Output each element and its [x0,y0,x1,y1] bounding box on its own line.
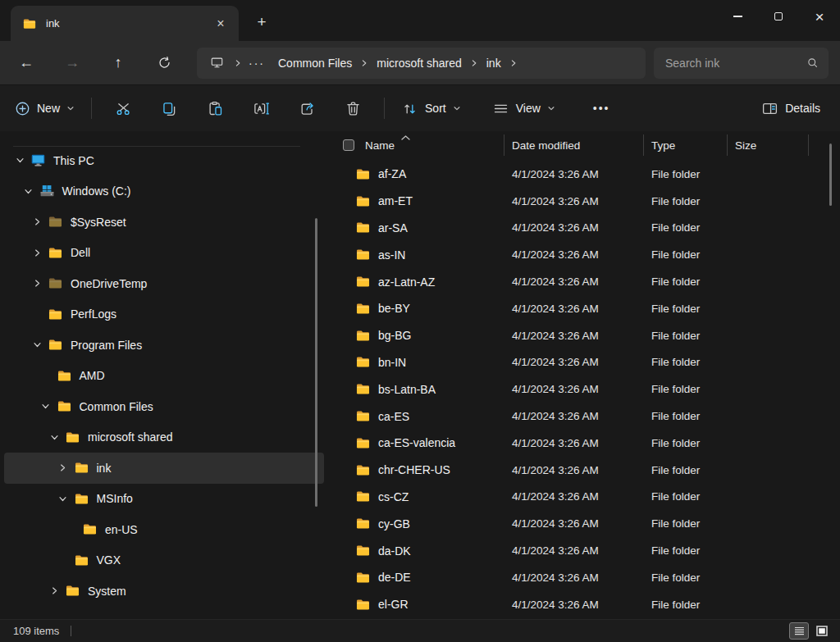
sidebar-item-this-pc[interactable]: This PC [4,145,324,176]
file-type: File folder [644,599,728,611]
file-row-az-latn-az[interactable]: az-Latn-AZ4/1/2024 3:26 AMFile folder [328,268,840,295]
chevron-right-icon[interactable] [29,244,45,261]
file-row-ar-sa[interactable]: ar-SA4/1/2024 3:26 AMFile folder [328,215,840,242]
title-bar: ink × + × [0,0,840,41]
breadcrumb-segment-common-files[interactable]: Common Files [273,54,357,72]
close-tab-button[interactable]: × [211,14,231,34]
file-row-ca-es-valencia[interactable]: ca-ES-valencia4/1/2024 3:26 AMFile folde… [328,430,840,457]
forward-button[interactable]: → [57,48,87,78]
file-list-scrollbar[interactable] [829,143,833,206]
file-row-bs-latn-ba[interactable]: bs-Latn-BA4/1/2024 3:26 AMFile folder [328,376,840,403]
toolbar-divider [384,98,385,119]
folder-icon [73,459,90,476]
up-button[interactable]: ↑ [103,48,133,78]
search-icon[interactable] [806,57,819,72]
drive-icon [39,183,56,200]
file-row-bn-in[interactable]: bn-IN4/1/2024 3:26 AMFile folder [328,349,840,376]
file-row-af-za[interactable]: af-ZA4/1/2024 3:26 AMFile folder [328,161,840,188]
file-type: File folder [644,275,728,288]
chevron-down-icon[interactable] [29,337,45,353]
sort-button-label: Sort [425,102,446,115]
column-header-date-modified[interactable]: Date modified [504,134,644,156]
breadcrumb-overflow-button[interactable]: ··· [245,57,268,70]
sidebar-item-label: AMD [80,369,105,382]
copy-button[interactable] [151,93,187,124]
refresh-button[interactable] [149,48,179,78]
chevron-down-icon[interactable] [21,183,37,199]
cut-button[interactable] [105,93,141,124]
file-row-de-de[interactable]: de-DE4/1/2024 3:26 AMFile folder [328,564,840,591]
maximize-button[interactable] [758,0,799,33]
new-button[interactable]: New [7,93,83,124]
details-view-toggle[interactable] [789,622,809,640]
select-all-checkbox[interactable] [343,139,354,151]
chevron-down-icon[interactable] [11,153,28,169]
file-row-ca-es[interactable]: ca-ES4/1/2024 3:26 AMFile folder [328,403,840,430]
file-date-modified: 4/1/2024 3:26 AM [504,248,644,261]
sidebar-item-amd[interactable]: AMD [4,361,324,392]
sort-button[interactable]: Sort [393,93,469,124]
chevron-right-icon[interactable] [55,460,71,476]
status-bar: 109 items [0,619,840,642]
sidebar-item-label: $SysReset [71,216,126,229]
chevron-right-icon[interactable] [29,275,45,292]
file-name: chr-CHER-US [378,463,450,476]
column-header-size[interactable]: Size [728,134,809,156]
this-pc-icon[interactable] [210,56,224,70]
chevron-down-icon[interactable] [55,490,71,507]
sidebar-scrollbar[interactable] [315,218,317,507]
sidebar-item-vgx[interactable]: VGX [4,545,324,576]
sidebar-item-ink[interactable]: ink [4,453,324,484]
chevron-right-icon[interactable] [46,583,62,599]
search-input[interactable] [654,57,829,70]
more-options-button[interactable]: ••• [585,93,619,124]
explorer-tab[interactable]: ink × [11,6,239,41]
folder-icon [355,408,371,424]
column-header-name[interactable]: Name [328,134,504,156]
file-row-chr-cher-us[interactable]: chr-CHER-US4/1/2024 3:26 AMFile folder [328,457,840,484]
file-row-da-dk[interactable]: da-DK4/1/2024 3:26 AMFile folder [328,537,840,564]
share-button[interactable] [289,93,325,124]
large-icons-view-toggle[interactable] [812,622,832,640]
breadcrumb-segment-microsoft-shared[interactable]: microsoft shared [372,54,466,72]
sidebar-item-dell[interactable]: Dell [4,238,324,269]
sidebar-item-label: MSInfo [97,492,133,505]
column-header-type[interactable]: Type [644,134,728,156]
back-button[interactable]: ← [11,48,41,78]
file-name-cell: chr-CHER-US [328,462,504,478]
sidebar-item-perflogs[interactable]: PerfLogs [4,299,324,330]
sidebar-item-system[interactable]: System [4,576,324,607]
file-type: File folder [644,437,728,449]
file-name: bn-IN [378,356,406,369]
sidebar-item-microsoft-shared[interactable]: microsoft shared [4,422,324,453]
sidebar-item-en-us[interactable]: en-US [4,514,324,545]
details-pane-label: Details [785,102,820,115]
close-button[interactable]: × [799,0,840,33]
details-pane-button[interactable]: Details [753,93,829,124]
paste-button[interactable] [197,93,233,124]
file-row-bg-bg[interactable]: bg-BG4/1/2024 3:26 AMFile folder [328,322,840,349]
file-row-am-et[interactable]: am-ET4/1/2024 3:26 AMFile folder [328,188,840,215]
file-row-el-gr[interactable]: el-GR4/1/2024 3:26 AMFile folder [328,591,840,618]
file-row-cy-gb[interactable]: cy-GB4/1/2024 3:26 AMFile folder [328,510,840,537]
sidebar-item-common-files[interactable]: Common Files [4,391,324,422]
chevron-down-icon[interactable] [46,429,62,445]
rename-button[interactable] [243,93,279,124]
sidebar-item-windows-c[interactable]: Windows (C:) [4,176,324,207]
chevron-down-icon[interactable] [38,398,54,415]
sidebar-item-label: This PC [53,154,94,167]
new-tab-button[interactable]: + [250,11,273,34]
chevron-right-icon[interactable] [29,214,45,230]
file-row-as-in[interactable]: as-IN4/1/2024 3:26 AMFile folder [328,241,840,268]
sidebar-item-msinfo[interactable]: MSInfo [4,484,324,515]
breadcrumb-segment-ink[interactable]: ink [482,54,506,72]
file-row-be-by[interactable]: be-BY4/1/2024 3:26 AMFile folder [328,295,840,322]
file-row-cs-cz[interactable]: cs-CZ4/1/2024 3:26 AMFile folder [328,484,840,511]
sidebar-item-label: Common Files [80,400,153,413]
sidebar-item-program-files[interactable]: Program Files [4,330,324,361]
delete-button[interactable] [335,93,371,124]
sidebar-item-onedrivetemp[interactable]: OneDriveTemp [4,268,324,299]
sidebar-item-sysreset[interactable]: $SysReset [4,207,324,238]
view-button[interactable]: View [484,93,564,124]
minimize-button[interactable] [717,0,758,33]
